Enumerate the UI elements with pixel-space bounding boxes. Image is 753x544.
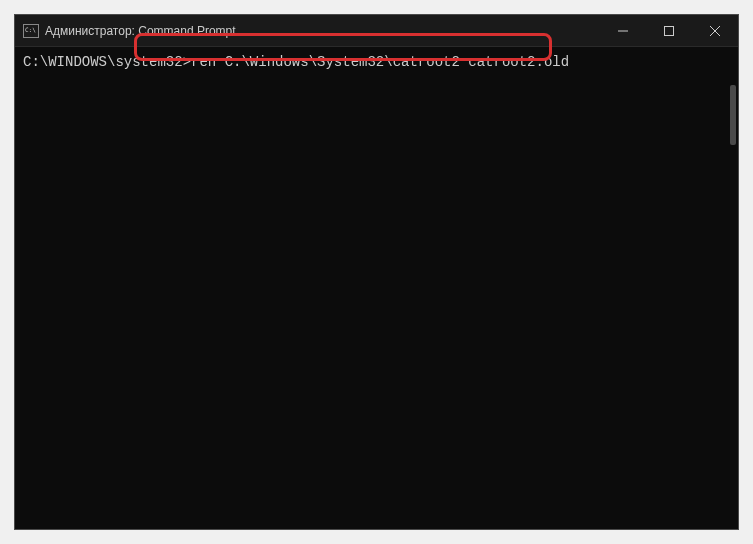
maximize-button[interactable] — [646, 15, 692, 46]
window-title: Администратор: Command Prompt — [45, 24, 236, 38]
minimize-button[interactable] — [600, 15, 646, 46]
close-button[interactable] — [692, 15, 738, 46]
svg-rect-1 — [665, 26, 674, 35]
titlebar-left: Администратор: Command Prompt — [15, 24, 236, 38]
cmd-icon — [23, 24, 39, 38]
command-prompt-window: Администратор: Command Prompt C: — [14, 14, 739, 530]
scrollbar[interactable] — [730, 85, 736, 145]
titlebar-controls — [600, 15, 738, 46]
terminal-line: C:\WINDOWS\system32>ren C:\Windows\Syste… — [23, 53, 730, 71]
close-icon — [710, 26, 720, 36]
prompt-path: C:\WINDOWS\system32> — [23, 54, 191, 70]
minimize-icon — [618, 26, 628, 36]
terminal-body[interactable]: C:\WINDOWS\system32>ren C:\Windows\Syste… — [15, 47, 738, 529]
titlebar[interactable]: Администратор: Command Prompt — [15, 15, 738, 47]
command-text: ren C:\Windows\System32\catroot2 catroot… — [191, 54, 569, 70]
maximize-icon — [664, 26, 674, 36]
